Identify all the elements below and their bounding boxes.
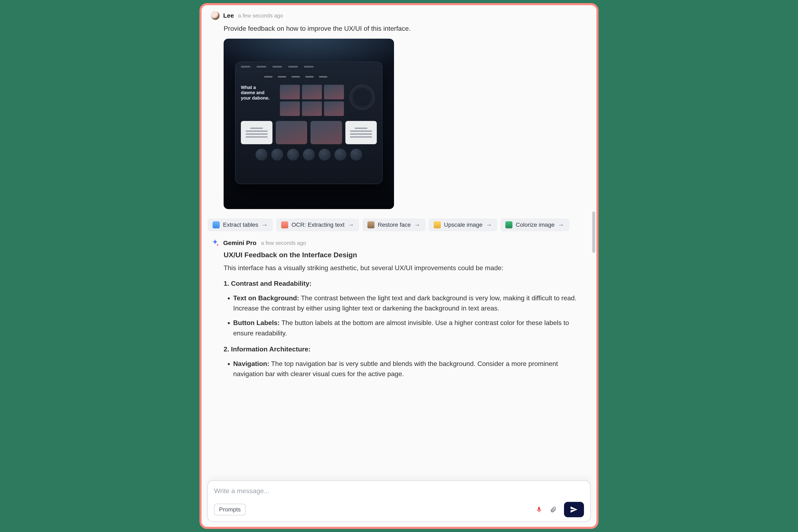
conversation-scroll[interactable]: Lee a few seconds ago Provide feedback o…: [202, 5, 596, 480]
bullet-label: Text on Background:: [233, 294, 299, 302]
response-intro: This interface has a visually striking a…: [224, 263, 587, 273]
bullet-text: The button labels at the bottom are almo…: [233, 319, 569, 337]
section-1-list: Text on Background: The contrast between…: [233, 293, 587, 338]
assistant-body: UX/UI Feedback on the Interface Design T…: [224, 249, 587, 379]
bullet-text: The top navigation bar is very subtle an…: [233, 360, 558, 378]
user-message-header: Lee a few seconds ago: [211, 11, 587, 20]
arrow-right-icon: →: [262, 221, 268, 228]
section-2-list: Navigation: The top navigation bar is ve…: [233, 359, 587, 379]
prompts-button[interactable]: Prompts: [214, 504, 246, 515]
colorize-icon: [506, 221, 512, 228]
chip-label: Extract tables: [223, 222, 258, 228]
chip-label: Restore face: [378, 222, 411, 228]
upscale-icon: [434, 221, 441, 228]
image-action-chips: Extract tables → OCR: Extracting text → …: [202, 213, 596, 232]
chat-window: Lee a few seconds ago Provide feedback o…: [200, 3, 598, 529]
scrollbar-thumb[interactable]: [592, 211, 595, 253]
user-prompt-text: Provide feedback on how to improve the U…: [224, 25, 587, 33]
chip-upscale[interactable]: Upscale image →: [429, 218, 497, 231]
composer-toolbar: Prompts: [214, 502, 584, 517]
attached-image[interactable]: What a dawne and your dabone.: [224, 39, 394, 209]
chip-restore-face[interactable]: Restore face →: [363, 218, 425, 231]
chip-colorize[interactable]: Colorize image →: [501, 218, 569, 231]
assistant-timestamp: a few seconds ago: [261, 240, 306, 246]
attachment-icon[interactable]: [549, 506, 557, 514]
face-icon: [367, 221, 375, 228]
assistant-name: Gemini Pro: [223, 240, 256, 246]
response-title: UX/UI Feedback on the Interface Design: [224, 249, 587, 260]
chip-ocr[interactable]: OCR: Extracting text →: [277, 218, 359, 231]
section-2-title: 2. Information Architecture:: [224, 344, 587, 355]
message-input[interactable]: Write a message...: [214, 487, 584, 495]
user-timestamp: a few seconds ago: [238, 13, 283, 19]
list-item: Text on Background: The contrast between…: [233, 293, 587, 314]
ocr-icon: [281, 221, 288, 228]
table-icon: [213, 221, 220, 228]
user-name: Lee: [223, 12, 234, 19]
arrow-right-icon: →: [414, 221, 420, 228]
assistant-message: Gemini Pro a few seconds ago UX/UI Feedb…: [202, 232, 596, 379]
section-1-title: 1. Contrast and Readability:: [224, 279, 587, 289]
user-avatar: [211, 11, 220, 20]
chip-extract-tables[interactable]: Extract tables →: [208, 218, 273, 231]
sparkle-icon: [211, 239, 220, 247]
scrollbar[interactable]: [592, 8, 595, 471]
arrow-right-icon: →: [486, 221, 492, 228]
microphone-icon[interactable]: [535, 506, 543, 514]
assistant-header: Gemini Pro a few seconds ago: [211, 239, 587, 247]
bullet-label: Navigation:: [233, 360, 269, 367]
mock-hero-text: What a dawne and your dabone.: [241, 85, 276, 100]
bullet-label: Button Labels:: [233, 319, 280, 326]
user-message: Lee a few seconds ago Provide feedback o…: [202, 5, 596, 213]
mock-ui-tablet: What a dawne and your dabone.: [235, 61, 383, 184]
chip-label: OCR: Extracting text: [291, 222, 345, 228]
arrow-right-icon: →: [348, 221, 354, 228]
send-button[interactable]: [564, 502, 584, 517]
list-item: Navigation: The top navigation bar is ve…: [233, 359, 587, 379]
message-composer: Write a message... Prompts: [207, 480, 591, 522]
arrow-right-icon: →: [558, 221, 564, 228]
chip-label: Colorize image: [516, 222, 555, 228]
chip-label: Upscale image: [444, 222, 482, 228]
list-item: Button Labels: The button labels at the …: [233, 318, 587, 338]
